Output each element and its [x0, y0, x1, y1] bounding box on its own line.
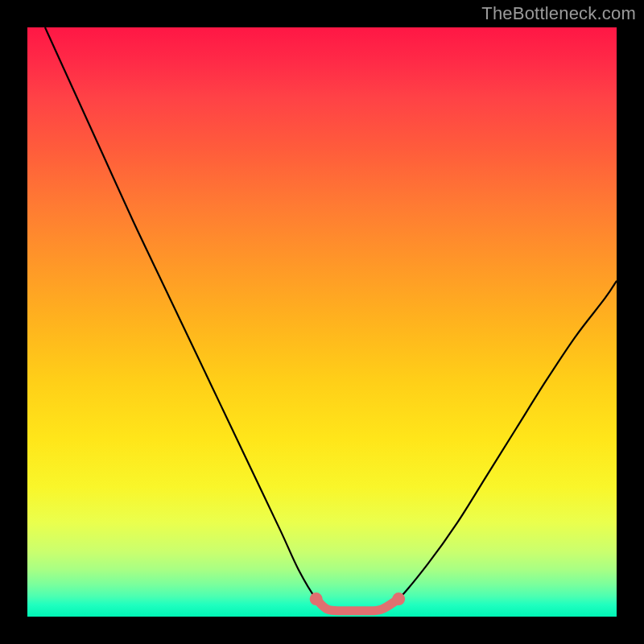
bottleneck-curve [45, 27, 617, 611]
watermark-text: TheBottleneck.com [481, 3, 636, 24]
marker-endcap [392, 592, 405, 605]
plot-area [27, 27, 617, 617]
chart-frame: TheBottleneck.com [0, 0, 644, 644]
chart-svg [27, 27, 617, 617]
marker-endcap [310, 592, 323, 605]
curve-path [45, 27, 617, 611]
optimal-range-marker [316, 599, 398, 611]
